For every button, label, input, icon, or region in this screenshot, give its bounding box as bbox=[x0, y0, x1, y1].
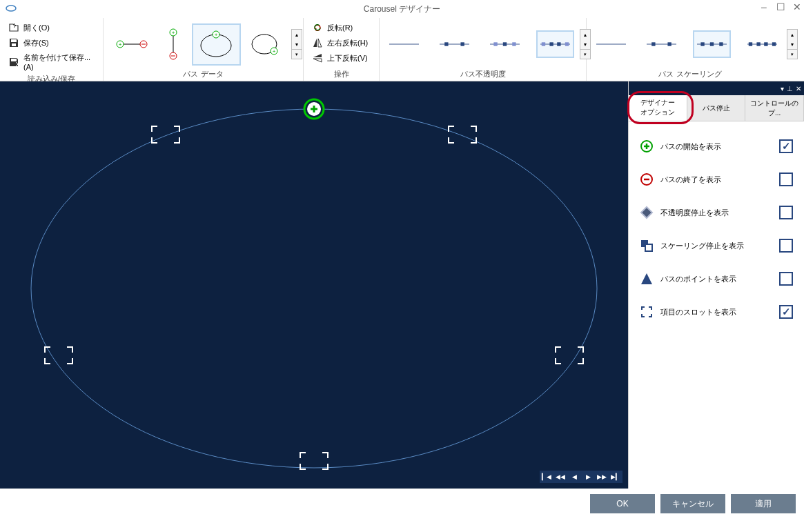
path-line-button[interactable]: + bbox=[109, 28, 155, 60]
nav-last-button[interactable]: ▶▎ bbox=[609, 471, 622, 483]
save-as-label: 名前を付けて保存...(A) bbox=[23, 52, 95, 71]
side-panel-header: ▾ ⊥ ✕ bbox=[629, 81, 804, 95]
rotate-label: 反転(R) bbox=[327, 23, 353, 33]
svg-rect-26 bbox=[503, 42, 507, 46]
scaling-pattern-4[interactable] bbox=[743, 30, 781, 58]
flip-h-button[interactable]: 左右反転(H) bbox=[309, 36, 373, 50]
svg-point-46 bbox=[31, 109, 597, 468]
scaling-spinner-dropdown[interactable]: ▾ bbox=[787, 49, 797, 59]
maximize-button[interactable]: ☐ bbox=[776, 3, 785, 11]
open-label: 開く(O) bbox=[23, 23, 50, 33]
opacity-pattern-2[interactable] bbox=[435, 30, 473, 58]
svg-rect-36 bbox=[667, 42, 671, 46]
scaling-spinner: ▲ ▼ ▾ bbox=[787, 29, 798, 59]
main-area: ▎◀ ◀◀ ◀ ▶ ▶▶ ▶▎ ▾ ⊥ ✕ デザイナー オプション パス停止 コ… bbox=[0, 81, 804, 489]
nav-rewind-button[interactable]: ◀◀ bbox=[553, 471, 567, 483]
minus-circle-icon bbox=[640, 173, 654, 186]
option-show-path-start: パスの開始を表示 bbox=[634, 130, 798, 163]
path-ellipse-button[interactable]: + bbox=[192, 23, 241, 66]
panel-pin-icon[interactable]: ⊥ bbox=[787, 85, 793, 92]
checkbox-show-opacity-stops[interactable] bbox=[779, 206, 793, 219]
close-button[interactable]: ✕ bbox=[793, 3, 801, 11]
svg-text:+: + bbox=[119, 41, 122, 48]
checkbox-show-path-start[interactable] bbox=[779, 139, 793, 153]
nav-first-button[interactable]: ▎◀ bbox=[540, 471, 553, 483]
ribbon-opacity-group: ▲ ▼ ▾ パス不透明度 bbox=[380, 18, 587, 81]
minimize-button[interactable]: – bbox=[760, 3, 768, 11]
apply-button[interactable]: 適用 bbox=[731, 494, 796, 513]
option-show-item-slots: 項目のスロットを表示 bbox=[634, 295, 798, 328]
option-label: パスの終了を表示 bbox=[660, 175, 721, 185]
save-icon bbox=[8, 37, 19, 48]
option-label: パスのポイントを表示 bbox=[660, 274, 736, 284]
titlebar: Carousel デザイナー – ☐ ✕ bbox=[0, 0, 804, 18]
nav-next-button[interactable]: ▶ bbox=[581, 471, 595, 483]
opacity-pattern-4[interactable] bbox=[536, 30, 574, 58]
bracket-icon bbox=[640, 305, 654, 319]
scale-icon bbox=[640, 239, 654, 253]
side-panel: ▾ ⊥ ✕ デザイナー オプション パス停止 コントロールのプ... パスの開始… bbox=[628, 81, 804, 489]
design-canvas[interactable] bbox=[0, 81, 628, 489]
path-spinner: ▲ ▼ ▾ bbox=[291, 29, 302, 59]
ribbon-path-group: + + + + ▲ ▼ ▾ パス データ bbox=[104, 18, 304, 81]
rotate-button[interactable]: 反転(R) bbox=[309, 21, 373, 35]
option-show-opacity-stops: 不透明度停止を表示 bbox=[634, 196, 798, 229]
flip-h-label: 左右反転(H) bbox=[327, 38, 368, 48]
tab-path-stops[interactable]: パス停止 bbox=[687, 95, 746, 121]
ok-button[interactable]: OK bbox=[590, 494, 655, 513]
opacity-pattern-3[interactable] bbox=[486, 30, 524, 58]
checkbox-show-path-end[interactable] bbox=[779, 173, 793, 186]
path-spinner-down[interactable]: ▼ bbox=[292, 39, 302, 49]
ribbon-ops-group: 反転(R) 左右反転(H) 上下反転(V) 操作 bbox=[304, 18, 380, 81]
tab-control-props[interactable]: コントロールのプ... bbox=[745, 95, 804, 121]
scaling-spinner-up[interactable]: ▲ bbox=[787, 30, 797, 39]
option-label: パスの開始を表示 bbox=[660, 141, 721, 152]
checkbox-show-scaling-stops[interactable] bbox=[779, 239, 793, 253]
svg-rect-32 bbox=[565, 42, 569, 46]
option-label: 項目のスロットを表示 bbox=[660, 307, 736, 317]
window-title: Carousel デザイナー bbox=[364, 3, 440, 15]
svg-rect-38 bbox=[700, 42, 704, 46]
nav-forward-button[interactable]: ▶▶ bbox=[595, 471, 609, 483]
footer: OK キャンセル 適用 bbox=[0, 489, 804, 519]
plus-circle-icon bbox=[640, 139, 654, 153]
svg-rect-1 bbox=[11, 39, 17, 42]
flip-v-button[interactable]: 上下反転(V) bbox=[309, 51, 373, 65]
svg-text:+: + bbox=[215, 32, 218, 38]
scaling-pattern-2[interactable] bbox=[643, 30, 680, 58]
canvas[interactable]: ▎◀ ◀◀ ◀ ▶ ▶▶ ▶▎ bbox=[0, 81, 628, 489]
path-group-label: パス データ bbox=[109, 68, 297, 79]
scaling-pattern-3[interactable] bbox=[693, 30, 731, 58]
path-spinner-up[interactable]: ▲ bbox=[292, 30, 302, 39]
panel-close-icon[interactable]: ✕ bbox=[796, 85, 801, 92]
ribbon-file-group: 開く(O) 保存(S) 名前を付けて保存...(A) 読み込み/保存 bbox=[0, 18, 104, 81]
checkbox-show-item-slots[interactable] bbox=[779, 305, 793, 319]
svg-rect-52 bbox=[645, 244, 652, 251]
open-icon bbox=[8, 22, 19, 33]
svg-rect-44 bbox=[764, 42, 767, 46]
save-as-button[interactable]: 名前を付けて保存...(A) bbox=[6, 51, 97, 72]
open-button[interactable]: 開く(O) bbox=[6, 21, 97, 35]
path-ellipse-end-button[interactable]: + bbox=[244, 25, 286, 63]
save-button[interactable]: 保存(S) bbox=[6, 36, 97, 50]
opacity-pattern-1[interactable] bbox=[385, 30, 423, 58]
svg-rect-25 bbox=[493, 42, 497, 46]
svg-rect-42 bbox=[749, 42, 752, 46]
diamond-icon bbox=[640, 206, 654, 219]
panel-dropdown-icon[interactable]: ▾ bbox=[781, 85, 784, 92]
checkbox-show-path-points[interactable] bbox=[779, 272, 793, 286]
nav-prev-button[interactable]: ◀ bbox=[567, 471, 581, 483]
flip-h-icon bbox=[312, 37, 323, 48]
path-vertical-button[interactable]: + bbox=[157, 21, 189, 67]
path-spinner-dropdown[interactable]: ▾ bbox=[292, 49, 302, 59]
scaling-spinner-down[interactable]: ▼ bbox=[787, 39, 797, 49]
cancel-button[interactable]: キャンセル bbox=[660, 494, 725, 513]
rotate-icon bbox=[312, 22, 323, 33]
scaling-pattern-1[interactable] bbox=[592, 30, 630, 58]
svg-text:+: + bbox=[273, 48, 276, 55]
svg-rect-43 bbox=[756, 42, 760, 46]
save-label: 保存(S) bbox=[23, 38, 49, 48]
nav-controls: ▎◀ ◀◀ ◀ ▶ ▶▶ ▶▎ bbox=[540, 471, 622, 483]
flip-v-label: 上下反転(V) bbox=[327, 53, 368, 63]
tab-designer-options[interactable]: デザイナー オプション bbox=[629, 95, 687, 121]
